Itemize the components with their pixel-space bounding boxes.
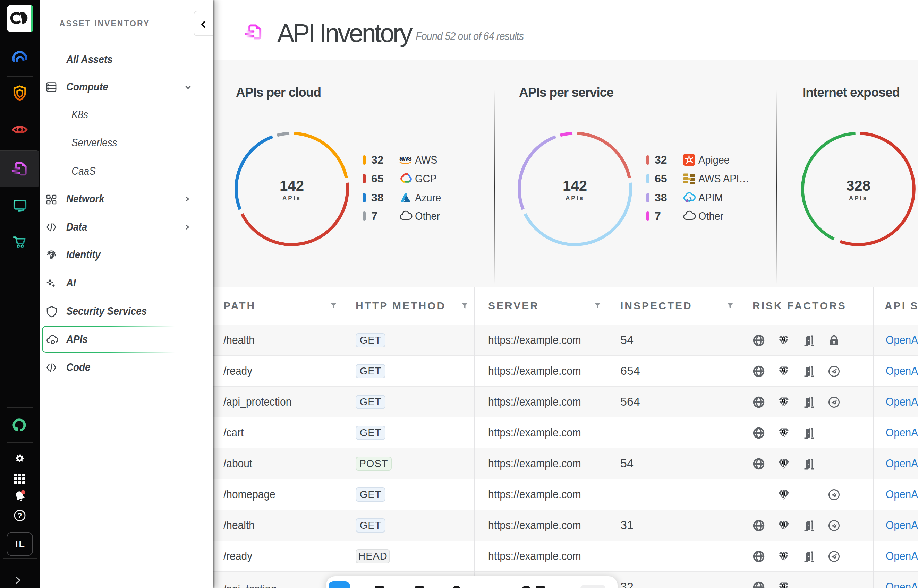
svg-text:?: ?: [17, 511, 22, 520]
svg-text:aws: aws: [399, 154, 412, 162]
